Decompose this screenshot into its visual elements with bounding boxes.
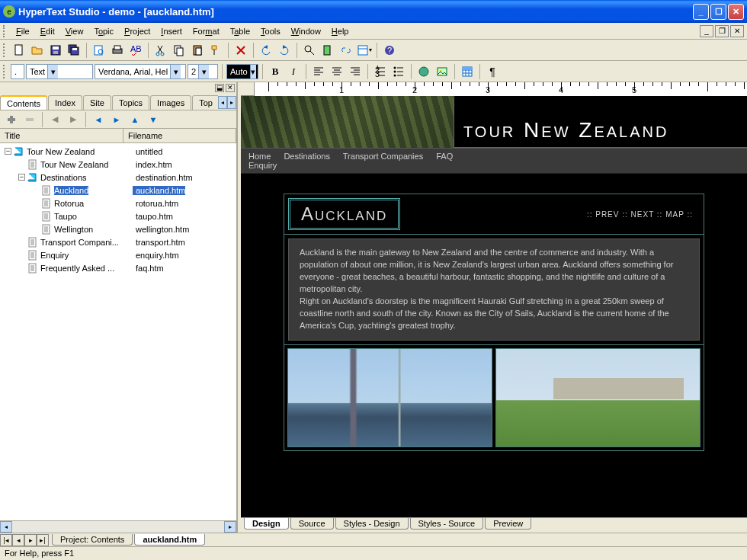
bullet-list-button[interactable]: [390, 63, 407, 80]
italic-button[interactable]: I: [285, 63, 302, 80]
spellcheck-button[interactable]: ABC: [127, 42, 144, 59]
bookmark-button[interactable]: [319, 42, 336, 59]
tab-images[interactable]: Images: [150, 95, 191, 110]
open-button[interactable]: [29, 42, 46, 59]
mdi-close-button[interactable]: ✕: [730, 25, 744, 37]
save-all-button[interactable]: [66, 42, 82, 59]
content-image-museum[interactable]: [495, 348, 701, 447]
help-button[interactable]: ?: [381, 42, 398, 59]
spell-error[interactable]: harbour: [441, 272, 469, 281]
tab-styles-source[interactable]: Styles - Source: [410, 518, 484, 530]
page-body-text[interactable]: Auckland is the main gateway to New Zeal…: [288, 238, 700, 341]
nav-back-button[interactable]: ◀: [46, 111, 63, 128]
save-button[interactable]: [47, 42, 64, 59]
window-maximize-button[interactable]: ☐: [710, 4, 726, 20]
font-size-combo[interactable]: 2▾: [188, 64, 218, 79]
window-close-button[interactable]: ✕: [728, 4, 744, 20]
tab-index[interactable]: Index: [48, 95, 82, 110]
move-up-button[interactable]: ▲: [127, 111, 143, 128]
window-minimize-button[interactable]: _: [693, 4, 709, 20]
tab-topics[interactable]: Topics: [112, 95, 149, 110]
move-left-button[interactable]: ◄: [90, 111, 107, 128]
print-button[interactable]: [109, 42, 126, 59]
tab-source[interactable]: Source: [290, 518, 334, 530]
move-right-button[interactable]: ►: [108, 111, 125, 128]
tab-more[interactable]: Top: [192, 95, 218, 110]
doc-tab-prev[interactable]: ◂: [12, 534, 24, 546]
doc-tab-project[interactable]: Project: Contents: [52, 534, 133, 546]
format-painter-button[interactable]: [207, 42, 224, 59]
align-right-button[interactable]: [347, 63, 364, 80]
nav-transport[interactable]: Transport Companies: [343, 152, 423, 161]
collapse-all-button[interactable]: [21, 111, 38, 128]
content-image-skyline[interactable]: [287, 348, 492, 447]
expander-icon[interactable]: −: [5, 148, 11, 155]
spell-error[interactable]: centre: [504, 248, 527, 257]
find-button[interactable]: [301, 42, 318, 59]
insert-table-button[interactable]: [459, 63, 476, 80]
show-paragraph-button[interactable]: ¶: [484, 63, 501, 80]
project-tree[interactable]: −Tour New ZealanduntitledTour New Zealan…: [0, 143, 236, 520]
bold-button[interactable]: B: [267, 63, 284, 80]
tree-col-title[interactable]: Title: [0, 129, 123, 142]
menu-insert[interactable]: Insert: [155, 25, 188, 37]
spell-error[interactable]: Hauraki: [478, 296, 507, 306]
tabs-scroll-left[interactable]: ◂: [218, 96, 227, 109]
numbered-list-button[interactable]: 123: [372, 63, 389, 80]
tree-row[interactable]: Enquiryenquiry.htm: [0, 248, 236, 261]
align-center-button[interactable]: [329, 63, 345, 80]
menu-view[interactable]: View: [60, 25, 89, 37]
menu-project[interactable]: Project: [119, 25, 155, 37]
tree-row[interactable]: Aucklandauckland.htm: [0, 184, 236, 197]
nav-faq[interactable]: FAQ: [436, 152, 453, 161]
menu-table[interactable]: Table: [225, 25, 255, 37]
new-button[interactable]: [11, 42, 27, 59]
move-down-button[interactable]: ▼: [145, 111, 162, 128]
menu-file[interactable]: File: [11, 25, 35, 37]
menu-format[interactable]: Format: [188, 25, 225, 37]
toolbar-grip[interactable]: [3, 25, 8, 37]
tab-contents[interactable]: Contents: [0, 95, 47, 110]
insert-image-button[interactable]: [434, 63, 450, 80]
undo-button[interactable]: [258, 42, 274, 59]
panel-close-button[interactable]: ✕: [226, 84, 235, 92]
menu-topic[interactable]: Topic: [88, 25, 119, 37]
tree-col-filename[interactable]: Filename: [123, 129, 236, 142]
redo-button[interactable]: [276, 42, 293, 59]
tab-site[interactable]: Site: [83, 95, 111, 110]
tree-row[interactable]: Transport Compani...transport.htm: [0, 235, 236, 248]
hyperlink-button[interactable]: [338, 42, 354, 59]
page-heading[interactable]: Auckland: [288, 198, 400, 230]
paste-button[interactable]: [189, 42, 206, 59]
color-combo[interactable]: Auto▾: [226, 64, 258, 79]
align-left-button[interactable]: [310, 63, 327, 80]
tree-row[interactable]: Rotoruarotorua.htm: [0, 197, 236, 210]
expand-all-button[interactable]: [3, 111, 20, 128]
menu-window[interactable]: Window: [286, 25, 326, 37]
menu-edit[interactable]: Edit: [35, 25, 60, 37]
tree-row[interactable]: −Tour New Zealanduntitled: [0, 145, 236, 158]
page-subnav[interactable]: :: PREV :: NEXT :: MAP ::: [404, 194, 704, 234]
cut-button[interactable]: [152, 42, 169, 59]
tree-row[interactable]: Frequently Asked ...faq.htm: [0, 261, 236, 274]
tab-design[interactable]: Design: [244, 518, 289, 530]
web-link-button[interactable]: [415, 63, 432, 80]
menu-tools[interactable]: Tools: [255, 25, 286, 37]
menu-help[interactable]: Help: [326, 25, 354, 37]
delete-button[interactable]: [232, 42, 249, 59]
mdi-restore-button[interactable]: ❐: [715, 25, 729, 37]
doc-tab-last[interactable]: ▸|: [37, 534, 49, 546]
toolbar-grip[interactable]: [3, 43, 8, 57]
copy-button[interactable]: [171, 42, 188, 59]
doc-tab-next[interactable]: ▸: [24, 534, 37, 546]
tree-row[interactable]: Wellingtonwellington.htm: [0, 222, 236, 235]
tree-row[interactable]: −Destinationsdestination.htm: [0, 171, 236, 184]
style-combo[interactable]: Text▾: [26, 64, 93, 79]
mdi-minimize-button[interactable]: _: [700, 25, 713, 37]
doc-tab-first[interactable]: |◂: [0, 534, 12, 546]
design-canvas[interactable]: tour New Zealand Home Destinations Trans…: [241, 96, 747, 517]
tree-row[interactable]: Taupotaupo.htm: [0, 210, 236, 222]
tabs-scroll-right[interactable]: ▸: [227, 96, 236, 109]
font-combo[interactable]: Verdana, Arial, Hel▾: [95, 64, 186, 79]
nav-forward-button[interactable]: ▶: [65, 111, 82, 128]
